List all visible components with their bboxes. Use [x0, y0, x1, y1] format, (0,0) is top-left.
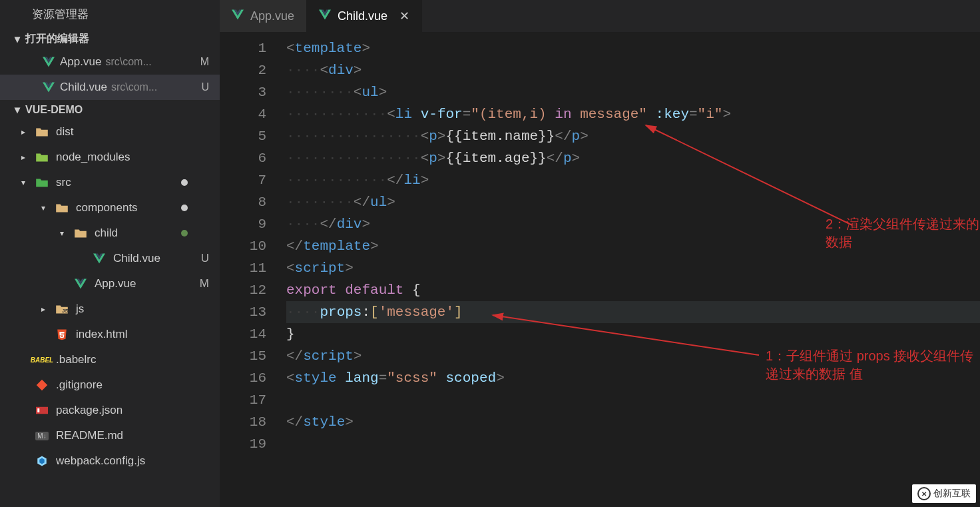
chevron-down-icon: ▾	[60, 229, 71, 238]
open-editor-path: src\com...	[111, 81, 157, 93]
svg-text:JS: JS	[62, 308, 69, 314]
app-root: 资源管理器 ▾ 打开的编辑器 App.vue src\com... M Chil…	[0, 0, 980, 507]
file-icon	[73, 276, 88, 291]
open-editor-path: src\com...	[105, 56, 151, 68]
file-icon	[73, 226, 88, 241]
file-icon	[55, 327, 69, 342]
tree-item-label: src	[56, 176, 71, 189]
watermark: ✕ 创新互联	[912, 484, 976, 503]
editor-tabs: App.vue Child.vue ✕	[220, 0, 980, 32]
tree-item[interactable]: ▾child	[0, 221, 220, 246]
tree-item[interactable]: package.json	[0, 398, 220, 423]
chevron-right-icon: ▸	[41, 304, 52, 314]
file-icon	[35, 150, 49, 165]
modified-dot-icon	[181, 179, 188, 186]
tree-item[interactable]: ▸dist	[0, 119, 220, 145]
tree-item-label: package.json	[56, 404, 122, 417]
annotation-text: 2：渲染父组件传递过来的数据	[826, 215, 980, 251]
tree-item[interactable]: M↓README.md	[0, 423, 220, 448]
tree-item-label: Child.vue	[113, 252, 160, 265]
tree-item-label: child	[95, 227, 118, 240]
vue-icon	[43, 81, 55, 93]
file-icon	[35, 378, 49, 392]
tree-item-label: App.vue	[95, 277, 136, 290]
tree-item[interactable]: App.vueM	[0, 271, 220, 296]
open-editor-badge: M	[200, 56, 209, 68]
tab-label: App.vue	[250, 9, 294, 23]
tree-item-label: index.html	[76, 328, 127, 341]
modified-dot-icon	[181, 205, 188, 211]
chevron-right-icon: ▸	[21, 153, 32, 162]
tree-item-label: js	[76, 302, 84, 316]
tree-item[interactable]: ‎.gitignore	[0, 372, 220, 398]
tree-item[interactable]: ▾components	[0, 195, 220, 221]
open-editors-label: 打开的编辑器	[25, 32, 89, 46]
annotation-text: 1：子组件通过 props 接收父组件传递过来的数据 值	[766, 347, 980, 383]
tree-item-label: ‎.gitignore	[56, 378, 103, 392]
editor-area: App.vue Child.vue ✕ 12345678910111213141…	[220, 0, 980, 507]
file-icon: BABEL	[35, 352, 49, 367]
file-icon	[35, 125, 49, 139]
tree-item-label: components	[76, 201, 138, 215]
open-editor-item[interactable]: Child.vue src\com... U	[0, 75, 220, 100]
watermark-text: 创新互联	[933, 488, 971, 500]
line-gutter: 12345678910111213141516171819	[220, 32, 286, 507]
tab-label: Child.vue	[338, 9, 387, 23]
tree-item-badge: U	[201, 252, 209, 265]
file-icon: JS	[55, 302, 69, 316]
tree-item-label: node_modules	[56, 151, 130, 164]
open-editors-list: App.vue src\com... M Child.vue src\com..…	[0, 49, 220, 100]
close-icon[interactable]: ✕	[399, 9, 409, 23]
file-icon: M↓	[35, 428, 49, 443]
file-tree: ▸dist▸node_modules▾src▾components▾childC…	[0, 119, 220, 474]
tree-item-label: README.md	[56, 429, 123, 442]
tree-item-label: webpack.config.js	[56, 454, 145, 468]
tree-item[interactable]: index.html	[0, 322, 220, 347]
explorer-title: 资源管理器	[0, 0, 220, 29]
tree-item-badge: M	[200, 277, 209, 290]
chevron-down-icon: ▾	[21, 178, 32, 187]
tree-item-label: ‎.babelrc	[56, 353, 96, 366]
open-editor-name: Child.vue	[60, 81, 107, 94]
file-icon	[55, 201, 69, 215]
tree-item-label: dist	[56, 125, 73, 139]
watermark-icon: ✕	[917, 487, 931, 500]
tree-item[interactable]: ▾src	[0, 170, 220, 195]
chevron-right-icon: ▸	[21, 127, 32, 137]
svg-rect-2	[37, 408, 39, 412]
code-content[interactable]: <template>····<div>········<ul>·········…	[286, 32, 980, 507]
file-icon	[35, 403, 49, 418]
editor-tab[interactable]: Child.vue ✕	[307, 0, 422, 32]
svg-rect-3	[41, 408, 43, 412]
modified-dot-icon	[181, 230, 188, 237]
project-header[interactable]: ▾ VUE-DEMO	[0, 100, 220, 119]
open-editor-badge: U	[201, 81, 209, 93]
chevron-down-icon: ▾	[41, 203, 52, 213]
explorer-sidebar: 资源管理器 ▾ 打开的编辑器 App.vue src\com... M Chil…	[0, 0, 220, 507]
open-editors-header[interactable]: ▾ 打开的编辑器	[0, 29, 220, 49]
open-editor-name: App.vue	[60, 55, 101, 69]
tree-item[interactable]: Child.vueU	[0, 246, 220, 271]
vue-icon	[232, 9, 244, 23]
tree-item[interactable]: ▸node_modules	[0, 145, 220, 170]
chevron-down-icon: ▾	[15, 33, 21, 45]
vue-icon	[319, 9, 331, 23]
file-icon	[35, 454, 49, 468]
tree-item[interactable]: webpack.config.js	[0, 448, 220, 474]
file-icon	[35, 175, 49, 190]
tree-item[interactable]: ▸JSjs	[0, 296, 220, 322]
file-icon	[92, 251, 107, 266]
editor-tab[interactable]: App.vue	[220, 0, 307, 32]
chevron-down-icon: ▾	[15, 103, 21, 116]
code-area[interactable]: 12345678910111213141516171819 <template>…	[220, 32, 980, 507]
vue-icon	[43, 56, 55, 68]
tree-item[interactable]: BABEL‎.babelrc	[0, 347, 220, 372]
open-editor-item[interactable]: App.vue src\com... M	[0, 49, 220, 75]
project-label: VUE-DEMO	[25, 104, 83, 116]
